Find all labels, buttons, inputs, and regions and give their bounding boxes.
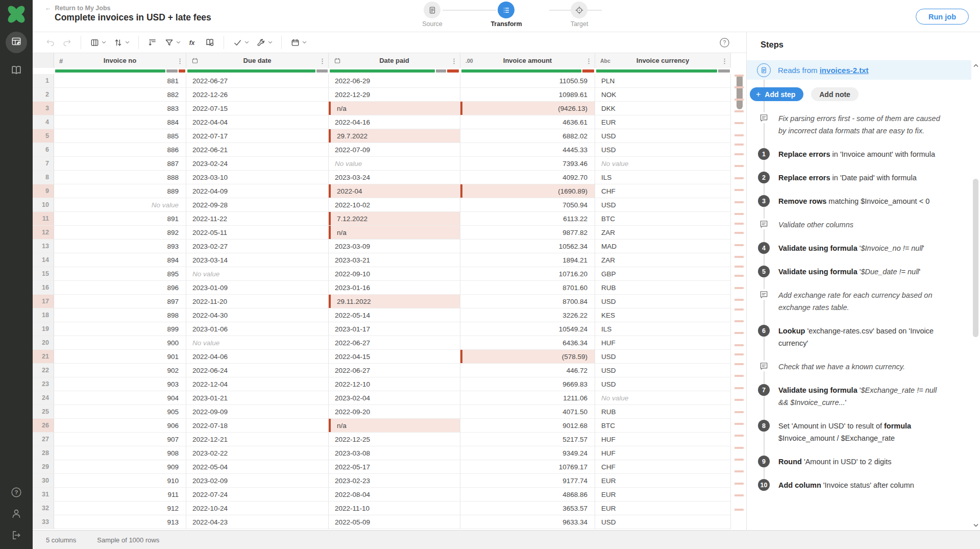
cell-invoice-amount[interactable]: (578.59) (460, 350, 595, 364)
cell-due-date[interactable]: 2022-07-24 (186, 488, 329, 502)
run-job-button[interactable]: Run job (916, 9, 969, 25)
cell-invoice-amount[interactable]: 4092.70 (460, 171, 595, 184)
cell-invoice-currency[interactable]: No value (595, 391, 731, 405)
cell-date-paid[interactable]: 2023-01-16 (329, 281, 460, 295)
cell-due-date[interactable]: 2022-04-06 (186, 350, 329, 364)
cell-invoice-currency[interactable]: GBP (595, 267, 731, 281)
row-number[interactable]: 12 (33, 226, 54, 240)
cell-invoice-amount[interactable]: 4071.50 (460, 405, 595, 419)
cell-invoice-currency[interactable]: NOK (595, 88, 731, 102)
cell-invoice-no[interactable]: 883 (54, 102, 186, 115)
logout-icon[interactable] (10, 529, 23, 542)
cell-date-paid[interactable]: n/a (329, 102, 460, 115)
cell-due-date[interactable]: 2022-12-26 (186, 88, 329, 102)
row-number[interactable]: 28 (33, 446, 54, 460)
cell-invoice-amount[interactable]: 10716.20 (460, 267, 595, 281)
cell-invoice-no[interactable]: 911 (54, 488, 186, 502)
row-number[interactable]: 29 (33, 460, 54, 474)
cell-invoice-currency[interactable]: HUF (595, 433, 731, 446)
row-number[interactable]: 15 (33, 267, 54, 281)
row-number[interactable]: 13 (33, 240, 54, 253)
cell-date-paid[interactable]: 2023-03-08 (329, 446, 460, 460)
cell-date-paid[interactable]: 2022-10-02 (329, 198, 460, 212)
cell-invoice-currency[interactable]: No value (595, 157, 731, 171)
cell-invoice-no[interactable]: 891 (54, 212, 186, 226)
cell-due-date[interactable]: 2022-12-04 (186, 377, 329, 391)
cell-invoice-currency[interactable]: MAD (595, 240, 731, 253)
cell-invoice-amount[interactable]: 7393.46 (460, 157, 595, 171)
stepper-transform[interactable] (498, 2, 514, 18)
cell-invoice-amount[interactable]: 8700.84 (460, 295, 595, 308)
scroll-down-icon[interactable] (972, 521, 979, 529)
cell-invoice-currency[interactable]: HUF (595, 336, 731, 350)
cell-due-date[interactable]: 2023-01-09 (186, 281, 329, 295)
column-header-due-date[interactable]: Due date⋮ (186, 53, 329, 68)
table-scrollbar-thumb[interactable] (737, 75, 743, 109)
cell-invoice-no[interactable]: 913 (54, 515, 186, 529)
cell-invoice-currency[interactable]: KES (595, 308, 731, 322)
cell-invoice-currency[interactable]: USD (595, 515, 731, 529)
cell-invoice-amount[interactable]: 4868.86 (460, 488, 595, 502)
row-number[interactable]: 3 (33, 102, 54, 115)
cell-invoice-amount[interactable]: 4445.33 (460, 143, 595, 157)
cell-due-date[interactable]: 2022-12-21 (186, 433, 329, 446)
validate-button[interactable] (229, 37, 253, 49)
stepper-source[interactable] (424, 2, 440, 18)
note-item[interactable]: Check that we have a known currency. (747, 361, 971, 373)
cell-due-date[interactable]: 2023-03-14 (186, 253, 329, 267)
cell-invoice-amount[interactable]: 9177.74 (460, 474, 595, 488)
row-number[interactable]: 2 (33, 88, 54, 102)
cell-date-paid[interactable]: 2022-04-16 (329, 115, 460, 129)
cell-date-paid[interactable]: 7.12.2022 (329, 212, 460, 226)
note-item[interactable]: Fix parsing errors first - some of them … (747, 112, 971, 137)
source-file-link[interactable]: invoices-2.txt (820, 66, 869, 75)
cell-invoice-amount[interactable]: 9877.82 (460, 226, 595, 240)
cell-invoice-amount[interactable]: 10989.61 (460, 88, 595, 102)
cell-due-date[interactable]: 2022-11-20 (186, 295, 329, 308)
cell-invoice-amount[interactable]: 6882.02 (460, 129, 595, 143)
row-number[interactable]: 8 (33, 171, 54, 184)
formula-button[interactable]: fx (184, 37, 201, 49)
redo-button[interactable] (59, 37, 76, 49)
cell-invoice-no[interactable]: 881 (54, 74, 186, 88)
row-number[interactable]: 4 (33, 115, 54, 129)
step-item-5[interactable]: 5Validate using formula '$Due_date != nu… (747, 266, 971, 278)
step-item-1[interactable]: 1Replace errors in 'Invoice amount' with… (747, 148, 971, 160)
cell-invoice-no[interactable]: 886 (54, 143, 186, 157)
step-item-6[interactable]: 6Lookup 'exchange-rates.csv' based on 'I… (747, 325, 971, 349)
cell-invoice-amount[interactable]: 9012.68 (460, 419, 595, 433)
row-number[interactable]: 32 (33, 502, 54, 515)
cell-invoice-no[interactable]: 906 (54, 419, 186, 433)
source-step-item[interactable]: Reads from invoices-2.txt (747, 60, 971, 80)
cell-invoice-currency[interactable]: EUR (595, 488, 731, 502)
columns-button[interactable] (86, 37, 110, 49)
cell-invoice-currency[interactable]: USD (595, 364, 731, 377)
cell-due-date[interactable]: 2023-02-22 (186, 446, 329, 460)
row-number[interactable]: 10 (33, 198, 54, 212)
row-number[interactable]: 6 (33, 143, 54, 157)
cell-invoice-amount[interactable]: 10769.17 (460, 460, 595, 474)
cell-invoice-no[interactable]: 904 (54, 391, 186, 405)
app-logo-icon[interactable] (6, 4, 27, 25)
row-number[interactable]: 31 (33, 488, 54, 502)
cell-due-date[interactable]: 2023-01-06 (186, 322, 329, 336)
cell-invoice-currency[interactable]: EUR (595, 115, 731, 129)
help-icon[interactable]: ? (719, 37, 730, 48)
cell-invoice-amount[interactable]: 9669.83 (460, 377, 595, 391)
row-number[interactable]: 9 (33, 184, 54, 198)
cell-due-date[interactable]: 2023-01-21 (186, 391, 329, 405)
row-number[interactable]: 18 (33, 308, 54, 322)
cell-date-paid[interactable]: 2022-05-09 (329, 515, 460, 529)
cell-invoice-currency[interactable]: EUR (595, 502, 731, 515)
cell-invoice-amount[interactable]: 7050.94 (460, 198, 595, 212)
cell-date-paid[interactable]: 2022-07-09 (329, 143, 460, 157)
cell-invoice-currency[interactable]: CHF (595, 460, 731, 474)
cell-date-paid[interactable]: 2022-06-27 (329, 364, 460, 377)
cell-date-paid[interactable]: 2022-08-04 (329, 488, 460, 502)
step-item-9[interactable]: 9Round 'Amount in USD' to 2 digits (747, 456, 971, 468)
cell-invoice-amount[interactable]: 8701.60 (460, 281, 595, 295)
column-header-invoice-amount[interactable]: .00Invoice amount⋮ (460, 53, 595, 68)
cell-invoice-amount[interactable]: 6436.34 (460, 336, 595, 350)
cell-due-date[interactable]: 2022-09-09 (186, 405, 329, 419)
cell-invoice-no[interactable]: 897 (54, 295, 186, 308)
